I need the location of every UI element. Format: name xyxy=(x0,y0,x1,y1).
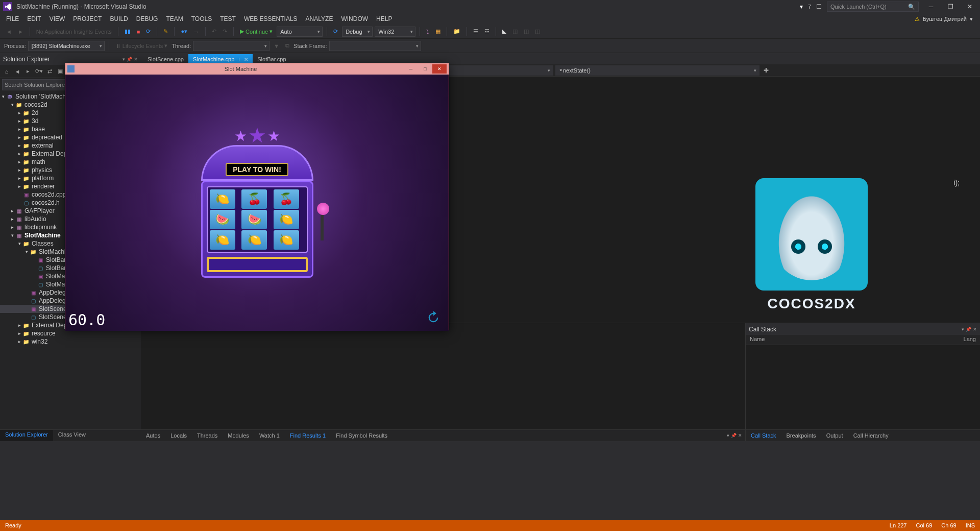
menu-analyze[interactable]: ANALYZE xyxy=(302,14,337,23)
undo-button[interactable]: ↶ xyxy=(210,27,218,36)
menu-build[interactable]: BUILD xyxy=(106,14,132,23)
breakpoint-icon[interactable]: ●▾ xyxy=(179,27,189,36)
dropdown-icon[interactable]: ▾ xyxy=(962,327,964,332)
pause-button[interactable]: ▮▮ xyxy=(122,27,133,36)
bottom-tab-watch-1[interactable]: Watch 1 xyxy=(254,431,285,440)
pin-icon[interactable]: 📌 xyxy=(966,327,971,332)
menu-window[interactable]: WINDOW xyxy=(337,14,372,23)
insights-label: No Application Insights Events xyxy=(34,28,114,36)
slot-lever[interactable] xyxy=(317,203,327,244)
flag-icon[interactable]: ▾ xyxy=(800,3,803,10)
home-icon[interactable]: ⌂ xyxy=(2,67,11,76)
close-icon[interactable]: ✕ xyxy=(738,433,742,438)
warning-icon: ⚠ xyxy=(915,16,920,22)
menu-project[interactable]: PROJECT xyxy=(69,14,106,23)
dropdown-icon[interactable]: ▾ xyxy=(727,433,729,438)
menu-edit[interactable]: EDIT xyxy=(23,14,45,23)
list-icon[interactable]: ☰ xyxy=(471,27,480,36)
sidebar-tab-class-view[interactable]: Class View xyxy=(53,430,91,441)
menu-view[interactable]: VIEW xyxy=(45,14,69,23)
nav-forward-button[interactable]: ► xyxy=(16,28,26,36)
split-icon[interactable]: ✚ xyxy=(762,67,771,74)
bottom-tab-threads[interactable]: Threads xyxy=(192,431,223,440)
show-next-statement-button[interactable]: → xyxy=(191,28,201,36)
callstack-tab-output[interactable]: Output xyxy=(821,431,848,440)
step-combo[interactable]: Auto xyxy=(277,27,323,37)
slot-coin-slot xyxy=(207,257,308,272)
stackframe-combo[interactable] xyxy=(329,41,421,51)
callstack-list[interactable] xyxy=(746,345,980,429)
bottom-tab-locals[interactable]: Locals xyxy=(165,431,192,440)
menu-test[interactable]: TEST xyxy=(216,14,240,23)
slot-reel-cell: 🍋 xyxy=(241,230,267,250)
collapse-icon[interactable]: ▣ xyxy=(56,67,65,76)
game-close-button[interactable]: ✕ xyxy=(432,64,447,74)
tool-icon[interactable]: ✎ xyxy=(161,27,170,36)
close-icon[interactable]: ✕ xyxy=(244,57,248,62)
menu-debug[interactable]: DEBUG xyxy=(132,14,162,23)
callstack-tab-breakpoints[interactable]: Breakpoints xyxy=(781,431,821,440)
game-maximize-button[interactable]: □ xyxy=(418,64,432,74)
bottom-tab-modules[interactable]: Modules xyxy=(223,431,254,440)
signed-in-user[interactable]: ⚠ Буштец Дмитрий ▾ xyxy=(915,16,978,22)
notification-count[interactable]: 7 xyxy=(808,4,811,10)
search-icon: 🔍 xyxy=(908,4,915,10)
thread-icon[interactable]: ⧉ xyxy=(283,41,291,50)
bookmark-icon[interactable]: ◣ xyxy=(500,27,508,36)
menu-help[interactable]: HELP xyxy=(372,14,396,23)
callstack-col-lang[interactable]: Lang xyxy=(964,336,976,344)
menu-team[interactable]: TEAM xyxy=(162,14,187,23)
minimize-button[interactable]: ─ xyxy=(924,2,938,12)
feedback-icon[interactable]: ☐ xyxy=(816,3,822,10)
restore-button[interactable]: ❐ xyxy=(943,2,958,12)
pin-icon[interactable]: 📌 xyxy=(731,433,737,438)
scope-combo-right[interactable]: ⚬ nextState() xyxy=(555,65,760,76)
status-bar: Ready Ln 227 Col 69 Ch 69 INS xyxy=(0,520,980,531)
quick-launch-input[interactable]: Quick Launch (Ctrl+Q) 🔍 xyxy=(827,2,919,12)
lifecycle-button[interactable]: ⏸ Lifecycle Events ▾ xyxy=(113,41,169,50)
slot-reel-cell: 🍋 xyxy=(274,210,299,229)
close-icon[interactable]: ✕ xyxy=(973,327,977,332)
callstack-col-name[interactable]: Name xyxy=(750,336,964,344)
fwd-icon[interactable]: ▸ xyxy=(23,67,33,76)
menu-tools[interactable]: TOOLS xyxy=(187,14,216,23)
close-button[interactable]: ✕ xyxy=(963,2,977,12)
dropdown-icon[interactable]: ▾ xyxy=(122,57,125,62)
pin-icon[interactable]: ⟂ xyxy=(237,56,241,62)
filter-icon[interactable]: ▼ xyxy=(272,42,281,50)
user-dropdown-icon: ▾ xyxy=(970,16,973,22)
menu-file[interactable]: FILE xyxy=(2,14,23,23)
sync-icon[interactable]: ⇄ xyxy=(45,67,54,76)
bottom-tab-autos[interactable]: Autos xyxy=(141,431,165,440)
nav-back-button[interactable]: ◄ xyxy=(4,28,14,36)
list2-icon[interactable]: ☲ xyxy=(482,27,492,36)
pin-icon[interactable]: 📌 xyxy=(127,57,132,62)
bottom-tab-find-symbol-results[interactable]: Find Symbol Results xyxy=(331,431,393,440)
folder-icon[interactable]: 📁 xyxy=(451,27,462,36)
restart-button[interactable]: ⟳ xyxy=(144,27,153,36)
process-combo[interactable]: [3892] SlotMachine.exe xyxy=(28,41,105,51)
close-icon[interactable]: ✕ xyxy=(134,57,138,62)
step-into-button[interactable]: ⤵ xyxy=(424,28,431,36)
stop-button[interactable]: ■ xyxy=(135,28,142,36)
menu-web-essentials[interactable]: WEB ESSENTIALS xyxy=(240,14,302,23)
refresh-icon[interactable]: ⟳▾ xyxy=(34,67,43,76)
game-window[interactable]: Slot Machine ─ □ ✕ ★ ★ ★ PLAY TO WIN! 🍋🍒… xyxy=(65,63,449,330)
refresh-icon[interactable]: ⟳ xyxy=(331,27,340,36)
back-icon[interactable]: ◄ xyxy=(13,67,22,76)
continue-button[interactable]: ▶ Continue ▾ xyxy=(238,27,275,36)
bottom-tab-find-results-1[interactable]: Find Results 1 xyxy=(285,431,331,440)
tool-button[interactable]: ▦ xyxy=(433,27,443,36)
platform-combo[interactable]: Win32 xyxy=(375,27,415,37)
status-ready: Ready xyxy=(5,522,21,528)
callstack-tab-call-stack[interactable]: Call Stack xyxy=(746,431,781,440)
redo-button[interactable]: ↷ xyxy=(220,27,229,36)
sidebar-tab-solution-explorer[interactable]: Solution Explorer xyxy=(0,430,53,441)
thread-combo[interactable] xyxy=(193,41,270,51)
config-combo[interactable]: Debug xyxy=(342,27,373,37)
tree-item[interactable]: ▸📁win32 xyxy=(0,337,141,346)
refresh-icon[interactable] xyxy=(426,310,440,325)
game-minimize-button[interactable]: ─ xyxy=(404,64,418,74)
callstack-tab-call-hierarchy[interactable]: Call Hierarchy xyxy=(848,431,894,440)
vs-logo-icon xyxy=(3,2,12,11)
